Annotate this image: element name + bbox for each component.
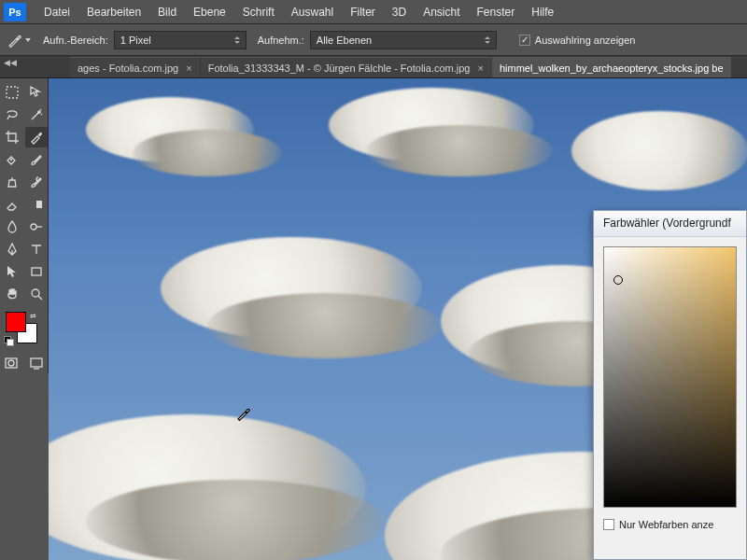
menu-file[interactable]: Datei <box>35 6 78 19</box>
menu-image[interactable]: Bild <box>149 6 185 19</box>
tab-label: Fotolia_31333343_M - © Jürgen Fälchle - … <box>208 63 471 74</box>
menu-edit[interactable]: Bearbeiten <box>78 6 149 19</box>
toolbox-panel: ⇄ <box>0 78 49 373</box>
menu-window[interactable]: Fenster <box>469 6 524 19</box>
svg-rect-0 <box>7 87 18 98</box>
menu-view[interactable]: Ansicht <box>415 6 468 19</box>
sample-size-label: Aufn.-Bereich: <box>43 35 108 46</box>
eyedropper-cursor-icon <box>235 405 252 426</box>
tool-history-brush[interactable] <box>25 172 48 192</box>
screenmode-icon[interactable] <box>26 353 49 373</box>
show-sampling-ring-checkbox[interactable]: ✓ Auswahlring anzeigen <box>519 35 636 46</box>
tab-close-icon[interactable]: × <box>186 63 191 74</box>
default-colors-icon[interactable] <box>4 336 13 345</box>
menu-3d[interactable]: 3D <box>384 6 415 19</box>
foreground-color-swatch[interactable] <box>6 312 26 332</box>
color-swatches: ⇄ <box>0 312 48 349</box>
tool-eraser[interactable] <box>1 194 23 215</box>
tab-label: himmel_wolken_by_archaeopteryx_stocks.jp… <box>500 63 724 74</box>
color-marker-icon[interactable] <box>613 275 623 285</box>
tool-shape[interactable] <box>25 261 48 282</box>
tool-healing[interactable] <box>1 149 23 170</box>
menu-layer[interactable]: Ebene <box>185 6 234 19</box>
sample-source-label: Aufnehm.: <box>258 35 304 46</box>
tab-label: ages - Fotolia.com.jpg <box>78 63 178 74</box>
document-tab-0[interactable]: ages - Fotolia.com.jpg × <box>70 57 200 77</box>
tool-dodge[interactable] <box>25 217 48 237</box>
tab-close-icon[interactable]: × <box>477 63 483 74</box>
tool-preset-arrow-icon <box>25 38 31 42</box>
document-tab-1[interactable]: Fotolia_31333343_M - © Jürgen Fälchle - … <box>201 57 491 77</box>
tool-gradient[interactable] <box>25 194 48 215</box>
color-picker-title: Farbwähler (Vordergrundf <box>594 211 746 237</box>
checkmark-icon: ✓ <box>519 35 530 46</box>
document-tab-2[interactable]: himmel_wolken_by_archaeopteryx_stocks.jp… <box>492 57 731 77</box>
svg-rect-2 <box>31 201 36 208</box>
web-colors-only-label: Nur Webfarben anze <box>619 519 713 530</box>
svg-rect-8 <box>31 358 42 367</box>
tool-lasso[interactable] <box>1 105 23 125</box>
options-bar: Aufn.-Bereich: 1 Pixel Aufnehm.: Alle Eb… <box>0 24 747 56</box>
sample-size-value: 1 Pixel <box>120 35 151 46</box>
tool-brush[interactable] <box>25 149 48 170</box>
svg-point-7 <box>8 360 14 366</box>
sample-size-select[interactable]: 1 Pixel <box>114 31 247 49</box>
menu-type[interactable]: Schrift <box>234 6 283 19</box>
svg-rect-4 <box>32 268 41 275</box>
tool-hand[interactable] <box>1 284 23 304</box>
tool-path-select[interactable] <box>1 261 23 282</box>
tool-type[interactable] <box>25 239 48 259</box>
menu-help[interactable]: Hilfe <box>523 6 562 19</box>
sample-source-select[interactable]: Alle Ebenen <box>310 31 497 49</box>
active-tool-icon[interactable] <box>6 29 32 51</box>
swap-colors-icon[interactable]: ⇄ <box>30 312 36 320</box>
tool-magic-wand[interactable] <box>25 105 48 125</box>
app-logo: Ps <box>4 3 26 21</box>
tool-move[interactable] <box>25 82 48 103</box>
checkbox-icon <box>603 519 614 530</box>
tool-clone[interactable] <box>1 172 23 192</box>
menu-select[interactable]: Auswahl <box>283 6 342 19</box>
color-picker-dialog[interactable]: Farbwähler (Vordergrundf Nur Webfarben a… <box>593 210 747 560</box>
tool-eyedropper[interactable] <box>25 127 48 147</box>
web-colors-only-checkbox[interactable]: Nur Webfarben anze <box>603 519 737 530</box>
tool-crop[interactable] <box>1 127 23 147</box>
menu-bar: Ps Datei Bearbeiten Bild Ebene Schrift A… <box>0 0 747 24</box>
quickmask-standard-icon[interactable] <box>0 353 22 373</box>
tool-blur[interactable] <box>1 217 23 237</box>
document-tab-strip: ◀◀ ages - Fotolia.com.jpg × Fotolia_3133… <box>0 56 747 78</box>
collapse-handle-icon[interactable]: ◀◀ <box>4 58 17 67</box>
color-field[interactable] <box>603 246 737 508</box>
svg-point-5 <box>32 289 39 297</box>
tool-pen[interactable] <box>1 239 23 259</box>
show-sampling-ring-label: Auswahlring anzeigen <box>535 35 636 46</box>
tool-marquee[interactable] <box>1 82 23 103</box>
sample-source-value: Alle Ebenen <box>317 35 372 46</box>
tool-zoom[interactable] <box>25 284 48 304</box>
menu-filter[interactable]: Filter <box>342 6 384 19</box>
svg-point-3 <box>31 224 36 230</box>
